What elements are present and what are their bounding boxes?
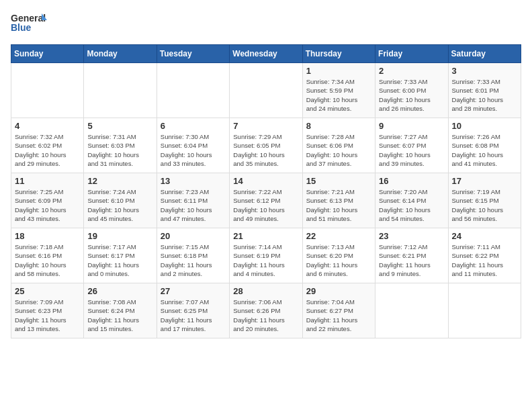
calendar-cell xyxy=(11,63,84,118)
calendar-cell: 29Sunrise: 7:04 AM Sunset: 6:27 PM Dayli… xyxy=(302,283,375,338)
logo: GeneralBlue xyxy=(11,11,48,36)
week-row-3: 11Sunrise: 7:25 AM Sunset: 6:09 PM Dayli… xyxy=(11,173,521,228)
calendar-cell xyxy=(230,63,302,118)
calendar-cell: 22Sunrise: 7:13 AM Sunset: 6:20 PM Dayli… xyxy=(302,228,375,283)
day-info: Sunrise: 7:34 AM Sunset: 5:59 PM Dayligh… xyxy=(306,77,371,113)
week-row-2: 4Sunrise: 7:32 AM Sunset: 6:02 PM Daylig… xyxy=(11,118,521,173)
day-info: Sunrise: 7:31 AM Sunset: 6:03 PM Dayligh… xyxy=(87,132,152,168)
day-header-tuesday: Tuesday xyxy=(157,45,229,63)
calendar-cell: 7Sunrise: 7:29 AM Sunset: 6:05 PM Daylig… xyxy=(230,118,302,173)
calendar-cell: 27Sunrise: 7:07 AM Sunset: 6:25 PM Dayli… xyxy=(157,283,229,338)
day-info: Sunrise: 7:09 AM Sunset: 6:23 PM Dayligh… xyxy=(15,298,80,333)
day-info: Sunrise: 7:22 AM Sunset: 6:12 PM Dayligh… xyxy=(233,187,298,223)
day-number: 9 xyxy=(379,121,444,131)
day-number: 24 xyxy=(452,231,517,241)
day-number: 28 xyxy=(233,286,298,296)
calendar-cell: 1Sunrise: 7:34 AM Sunset: 5:59 PM Daylig… xyxy=(302,63,375,118)
day-info: Sunrise: 7:23 AM Sunset: 6:11 PM Dayligh… xyxy=(161,187,226,223)
calendar-cell: 2Sunrise: 7:33 AM Sunset: 6:00 PM Daylig… xyxy=(375,63,448,118)
calendar-cell: 28Sunrise: 7:06 AM Sunset: 6:26 PM Dayli… xyxy=(230,283,302,338)
day-number: 29 xyxy=(306,286,371,296)
calendar-table: SundayMondayTuesdayWednesdayThursdayFrid… xyxy=(11,44,521,338)
day-info: Sunrise: 7:12 AM Sunset: 6:21 PM Dayligh… xyxy=(379,242,444,278)
day-info: Sunrise: 7:33 AM Sunset: 6:01 PM Dayligh… xyxy=(452,77,517,113)
day-number: 19 xyxy=(87,231,152,241)
day-number: 26 xyxy=(87,286,152,296)
day-info: Sunrise: 7:20 AM Sunset: 6:14 PM Dayligh… xyxy=(379,187,444,223)
day-info: Sunrise: 7:11 AM Sunset: 6:22 PM Dayligh… xyxy=(452,242,517,278)
day-info: Sunrise: 7:19 AM Sunset: 6:15 PM Dayligh… xyxy=(452,187,517,223)
day-number: 22 xyxy=(306,231,371,241)
week-row-1: 1Sunrise: 7:34 AM Sunset: 5:59 PM Daylig… xyxy=(11,63,521,118)
day-header-wednesday: Wednesday xyxy=(230,45,302,63)
day-number: 14 xyxy=(233,176,298,186)
day-header-saturday: Saturday xyxy=(448,45,521,63)
day-number: 20 xyxy=(161,231,226,241)
calendar-cell: 13Sunrise: 7:23 AM Sunset: 6:11 PM Dayli… xyxy=(157,173,229,228)
day-number: 21 xyxy=(233,231,298,241)
day-info: Sunrise: 7:28 AM Sunset: 6:06 PM Dayligh… xyxy=(306,132,371,168)
calendar-cell: 3Sunrise: 7:33 AM Sunset: 6:01 PM Daylig… xyxy=(448,63,521,118)
calendar-cell: 19Sunrise: 7:17 AM Sunset: 6:17 PM Dayli… xyxy=(84,228,157,283)
logo-svg: GeneralBlue xyxy=(11,11,48,36)
day-info: Sunrise: 7:06 AM Sunset: 6:26 PM Dayligh… xyxy=(233,298,298,333)
day-info: Sunrise: 7:07 AM Sunset: 6:25 PM Dayligh… xyxy=(161,298,226,333)
day-number: 5 xyxy=(87,121,152,131)
day-info: Sunrise: 7:14 AM Sunset: 6:19 PM Dayligh… xyxy=(233,242,298,278)
calendar-cell: 12Sunrise: 7:24 AM Sunset: 6:10 PM Dayli… xyxy=(84,173,157,228)
day-header-monday: Monday xyxy=(84,45,157,63)
calendar-cell: 18Sunrise: 7:18 AM Sunset: 6:16 PM Dayli… xyxy=(11,228,84,283)
day-number: 4 xyxy=(15,121,80,131)
day-info: Sunrise: 7:18 AM Sunset: 6:16 PM Dayligh… xyxy=(15,242,80,278)
day-info: Sunrise: 7:21 AM Sunset: 6:13 PM Dayligh… xyxy=(306,187,371,223)
day-number: 12 xyxy=(87,176,152,186)
calendar-cell: 17Sunrise: 7:19 AM Sunset: 6:15 PM Dayli… xyxy=(448,173,521,228)
day-header-friday: Friday xyxy=(375,45,448,63)
week-row-5: 25Sunrise: 7:09 AM Sunset: 6:23 PM Dayli… xyxy=(11,283,521,338)
calendar-cell: 10Sunrise: 7:26 AM Sunset: 6:08 PM Dayli… xyxy=(448,118,521,173)
day-info: Sunrise: 7:15 AM Sunset: 6:18 PM Dayligh… xyxy=(161,242,226,278)
day-number: 16 xyxy=(379,176,444,186)
day-number: 8 xyxy=(306,121,371,131)
calendar-cell: 15Sunrise: 7:21 AM Sunset: 6:13 PM Dayli… xyxy=(302,173,375,228)
day-info: Sunrise: 7:24 AM Sunset: 6:10 PM Dayligh… xyxy=(87,187,152,223)
calendar-cell: 20Sunrise: 7:15 AM Sunset: 6:18 PM Dayli… xyxy=(157,228,229,283)
calendar-cell: 21Sunrise: 7:14 AM Sunset: 6:19 PM Dayli… xyxy=(230,228,302,283)
day-number: 13 xyxy=(161,176,226,186)
calendar-cell xyxy=(375,283,448,338)
day-info: Sunrise: 7:04 AM Sunset: 6:27 PM Dayligh… xyxy=(306,298,371,333)
page-header: GeneralBlue xyxy=(11,11,521,36)
calendar-cell xyxy=(84,63,157,118)
day-number: 1 xyxy=(306,66,371,76)
svg-text:Blue: Blue xyxy=(11,22,32,33)
calendar-cell xyxy=(448,283,521,338)
calendar-cell xyxy=(157,63,229,118)
day-number: 11 xyxy=(15,176,80,186)
day-number: 2 xyxy=(379,66,444,76)
day-number: 7 xyxy=(233,121,298,131)
calendar-cell: 4Sunrise: 7:32 AM Sunset: 6:02 PM Daylig… xyxy=(11,118,84,173)
calendar-cell: 16Sunrise: 7:20 AM Sunset: 6:14 PM Dayli… xyxy=(375,173,448,228)
calendar-cell: 14Sunrise: 7:22 AM Sunset: 6:12 PM Dayli… xyxy=(230,173,302,228)
day-number: 6 xyxy=(161,121,226,131)
day-info: Sunrise: 7:17 AM Sunset: 6:17 PM Dayligh… xyxy=(87,242,152,278)
day-info: Sunrise: 7:13 AM Sunset: 6:20 PM Dayligh… xyxy=(306,242,371,278)
day-number: 25 xyxy=(15,286,80,296)
day-info: Sunrise: 7:25 AM Sunset: 6:09 PM Dayligh… xyxy=(15,187,80,223)
calendar-cell: 26Sunrise: 7:08 AM Sunset: 6:24 PM Dayli… xyxy=(84,283,157,338)
calendar-cell: 24Sunrise: 7:11 AM Sunset: 6:22 PM Dayli… xyxy=(448,228,521,283)
week-row-4: 18Sunrise: 7:18 AM Sunset: 6:16 PM Dayli… xyxy=(11,228,521,283)
calendar-cell: 6Sunrise: 7:30 AM Sunset: 6:04 PM Daylig… xyxy=(157,118,229,173)
calendar-cell: 5Sunrise: 7:31 AM Sunset: 6:03 PM Daylig… xyxy=(84,118,157,173)
day-header-sunday: Sunday xyxy=(11,45,84,63)
day-number: 10 xyxy=(452,121,517,131)
day-info: Sunrise: 7:30 AM Sunset: 6:04 PM Dayligh… xyxy=(161,132,226,168)
day-info: Sunrise: 7:32 AM Sunset: 6:02 PM Dayligh… xyxy=(15,132,80,168)
calendar-header-row: SundayMondayTuesdayWednesdayThursdayFrid… xyxy=(11,45,521,63)
day-number: 3 xyxy=(452,66,517,76)
day-info: Sunrise: 7:27 AM Sunset: 6:07 PM Dayligh… xyxy=(379,132,444,168)
day-info: Sunrise: 7:33 AM Sunset: 6:00 PM Dayligh… xyxy=(379,77,444,113)
day-number: 18 xyxy=(15,231,80,241)
day-number: 23 xyxy=(379,231,444,241)
calendar-cell: 9Sunrise: 7:27 AM Sunset: 6:07 PM Daylig… xyxy=(375,118,448,173)
